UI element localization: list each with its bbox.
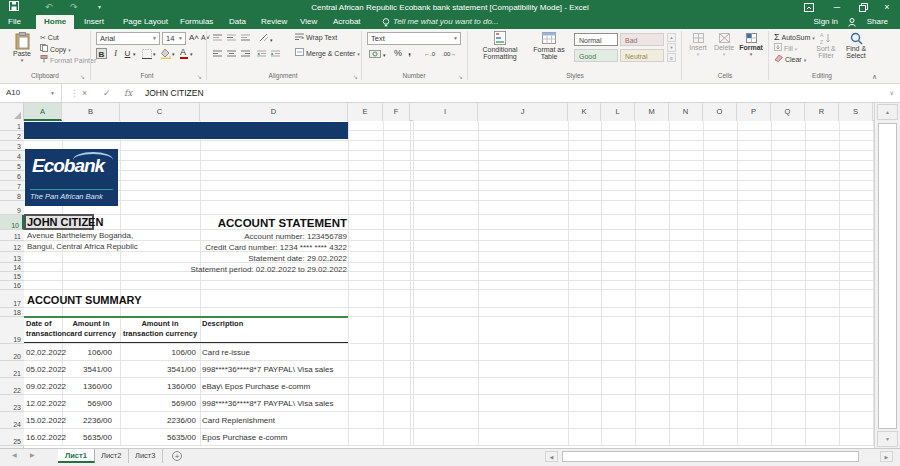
fill-button[interactable]: Fill ▾ bbox=[774, 43, 797, 54]
styles-gallery-up-icon[interactable]: ▲ bbox=[667, 33, 676, 42]
column-header-E[interactable]: E bbox=[348, 103, 383, 121]
row-header-6[interactable]: 6 bbox=[0, 171, 24, 181]
row-header-19[interactable]: 19 bbox=[0, 317, 24, 344]
column-header-C[interactable]: C bbox=[120, 103, 200, 121]
txn-amount-transaction[interactable]: 569/00 bbox=[118, 395, 196, 412]
tab-acrobat[interactable]: Acrobat bbox=[325, 15, 369, 29]
column-header-Q[interactable]: Q bbox=[771, 103, 805, 121]
minimize-button[interactable]: ─ bbox=[826, 0, 848, 15]
column-header-P[interactable]: P bbox=[737, 103, 771, 121]
txn-description[interactable]: Card Replenishment bbox=[202, 412, 352, 429]
accounting-caret-icon[interactable]: ▾ bbox=[383, 50, 386, 60]
row-header-22[interactable]: 22 bbox=[0, 378, 24, 395]
row-header-10[interactable]: 10 bbox=[0, 215, 24, 230]
tell-me-box[interactable]: Tell me what you want to do... bbox=[393, 15, 499, 29]
orientation-icon[interactable] bbox=[259, 33, 269, 42]
increase-decimal-icon[interactable]: ←.0 bbox=[424, 49, 435, 59]
tab-insert[interactable]: Insert bbox=[76, 15, 112, 29]
summary-title[interactable]: ACCOUNT SUMMARY bbox=[27, 294, 141, 307]
column-header-R[interactable]: R bbox=[805, 103, 839, 121]
header-date-of-transaction[interactable]: Date of transaction bbox=[26, 319, 66, 339]
txn-amount-card[interactable]: 106/00 bbox=[60, 344, 112, 361]
insert-function-icon[interactable]: fx bbox=[124, 84, 132, 102]
increase-indent-icon[interactable] bbox=[271, 50, 280, 58]
row-header-17[interactable]: 17 bbox=[0, 290, 24, 308]
txn-amount-card[interactable]: 3541/00 bbox=[60, 361, 112, 378]
delete-cells-button[interactable]: Delete ▾ bbox=[712, 31, 736, 71]
select-all-corner[interactable] bbox=[0, 103, 24, 121]
txn-amount-transaction[interactable]: 2236/00 bbox=[118, 412, 196, 429]
txn-description[interactable]: eBay\ Epos Purchase e-comm bbox=[202, 378, 352, 395]
row-header-14[interactable]: 14 bbox=[0, 263, 24, 272]
sort-filter-button[interactable]: AZ Sort & Filter bbox=[812, 31, 840, 71]
sign-in-link[interactable]: Sign in bbox=[814, 15, 838, 29]
txn-amount-transaction[interactable]: 1360/00 bbox=[118, 378, 196, 395]
row-header-1[interactable]: 1 bbox=[0, 121, 24, 131]
column-header-K[interactable]: K bbox=[568, 103, 601, 121]
fill-color-caret-icon[interactable]: ▾ bbox=[172, 49, 175, 59]
style-bad[interactable]: Bad bbox=[620, 33, 664, 46]
column-header-L[interactable]: L bbox=[601, 103, 635, 121]
scroll-right-icon[interactable]: ▶ bbox=[880, 451, 893, 462]
align-top-icon[interactable] bbox=[213, 34, 222, 42]
borders-icon[interactable] bbox=[142, 49, 152, 59]
row-header-13[interactable]: 13 bbox=[0, 252, 24, 263]
txn-amount-card[interactable]: 5635/00 bbox=[60, 429, 112, 446]
alignment-dialog-launcher-icon[interactable]: ↘ bbox=[353, 73, 358, 80]
underline-caret-icon[interactable]: ▾ bbox=[133, 49, 136, 59]
formula-bar-value[interactable]: JOHN CITIZEN bbox=[145, 84, 204, 102]
paste-caret-icon[interactable]: ▾ bbox=[6, 57, 38, 63]
row-header-12[interactable]: 12 bbox=[0, 241, 24, 252]
tab-review[interactable]: Review bbox=[253, 15, 295, 29]
borders-caret-icon[interactable]: ▾ bbox=[153, 49, 156, 59]
tab-home[interactable]: Home bbox=[36, 15, 74, 29]
font-size-combo[interactable]: 14▼ bbox=[162, 32, 186, 45]
column-header-M[interactable]: M bbox=[635, 103, 669, 121]
scroll-left-icon[interactable]: ◀ bbox=[545, 451, 558, 462]
scroll-up-icon[interactable]: ▲ bbox=[877, 104, 898, 120]
find-select-button[interactable]: Find & Select bbox=[842, 31, 870, 71]
row-header-23[interactable]: 23 bbox=[0, 395, 24, 412]
tab-page-layout[interactable]: Page Layout bbox=[115, 15, 176, 29]
row-header-11[interactable]: 11 bbox=[0, 230, 24, 241]
row-header-9[interactable]: 9 bbox=[0, 201, 24, 215]
statement-period-line[interactable]: Statement period: 02.02.2022 to 29.02.20… bbox=[97, 264, 347, 275]
column-header-B[interactable]: B bbox=[62, 103, 120, 121]
statement-title[interactable]: ACCOUNT STATEMENT bbox=[180, 216, 347, 230]
txn-amount-transaction[interactable]: 5635/00 bbox=[118, 429, 196, 446]
row-header-5[interactable]: 5 bbox=[0, 161, 24, 171]
vertical-scroll-thumb[interactable] bbox=[878, 123, 897, 429]
comma-style-icon[interactable]: , bbox=[408, 46, 411, 56]
percent-style-icon[interactable]: % bbox=[394, 48, 402, 58]
scroll-down-icon[interactable]: ▼ bbox=[877, 431, 898, 447]
grow-font-icon[interactable]: A˄ bbox=[189, 33, 199, 43]
styles-gallery-more-icon[interactable]: ≡ bbox=[667, 53, 676, 62]
number-format-combo[interactable]: Text▼ bbox=[367, 32, 461, 45]
txn-amount-transaction[interactable]: 106/00 bbox=[118, 344, 196, 361]
column-header-A[interactable]: A bbox=[24, 103, 62, 121]
statement-date-line[interactable]: Statement date: 29.02.2022 bbox=[97, 253, 347, 264]
row-header-21[interactable]: 21 bbox=[0, 361, 24, 378]
sheet-nav-left-icon[interactable]: ◀ bbox=[12, 449, 17, 462]
column-header-N[interactable]: N bbox=[669, 103, 703, 121]
share-button[interactable]: Share bbox=[867, 15, 888, 29]
txn-description[interactable]: 998****36****8*7 PAYPAL\ Visa sales bbox=[202, 361, 352, 378]
txn-amount-card[interactable]: 2236/00 bbox=[60, 412, 112, 429]
row-header-24[interactable]: 24 bbox=[0, 412, 24, 429]
row-header-3[interactable]: 3 bbox=[0, 141, 24, 151]
insert-cells-button[interactable]: Insert ▾ bbox=[686, 31, 710, 71]
autosum-button[interactable]: Σ AutoSum ▾ bbox=[774, 32, 815, 43]
format-painter-button[interactable]: Format Painter bbox=[40, 55, 96, 66]
column-header-J[interactable]: J bbox=[478, 103, 568, 121]
header-description[interactable]: Description bbox=[202, 319, 302, 329]
merge-center-button[interactable]: Merge & Center ▾ bbox=[295, 48, 360, 59]
horizontal-scrollbar[interactable]: ◀ ▶ bbox=[545, 451, 893, 462]
collapse-ribbon-icon[interactable]: ∧ bbox=[872, 73, 877, 81]
paste-button[interactable]: Paste ▾ bbox=[6, 31, 38, 71]
wrap-text-button[interactable]: Wrap Text bbox=[295, 33, 337, 43]
vertical-scrollbar[interactable]: ▲ ▼ bbox=[874, 103, 900, 448]
txn-amount-card[interactable]: 1360/00 bbox=[60, 378, 112, 395]
decrease-indent-icon[interactable] bbox=[257, 50, 266, 58]
txn-amount-card[interactable]: 569/00 bbox=[60, 395, 112, 412]
font-name-combo[interactable]: Arial▼ bbox=[96, 32, 160, 45]
